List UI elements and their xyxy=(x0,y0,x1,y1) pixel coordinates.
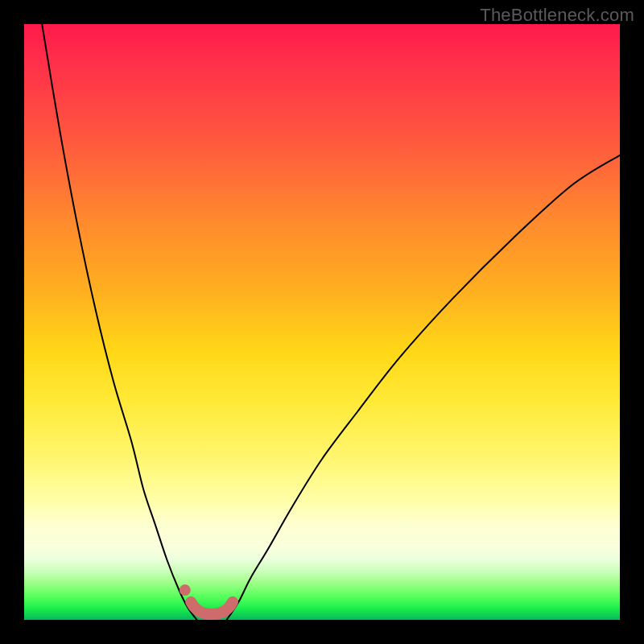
attribution-text: TheBottleneck.com xyxy=(480,5,634,26)
plot-area xyxy=(24,24,620,620)
chart-frame: TheBottleneck.com xyxy=(0,0,644,644)
highlight-flat-segment xyxy=(191,602,233,614)
left-curve xyxy=(42,24,196,620)
highlight-dot xyxy=(180,584,191,596)
right-curve xyxy=(227,155,620,620)
curves-svg xyxy=(24,24,620,620)
